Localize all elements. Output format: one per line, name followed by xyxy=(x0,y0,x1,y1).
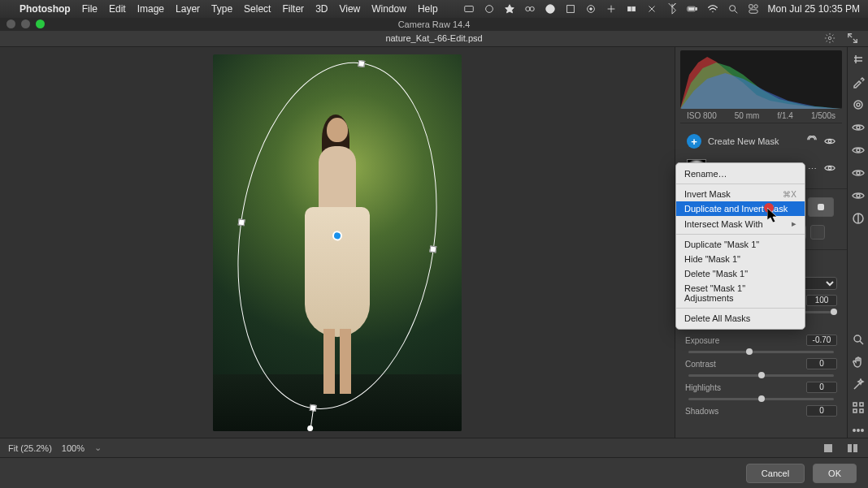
action-bar: Cancel OK xyxy=(0,457,868,488)
exposure-value[interactable]: -0.70 xyxy=(806,335,837,346)
menu-type[interactable]: Type xyxy=(211,3,232,15)
tool-rail xyxy=(847,47,868,438)
svg-point-2 xyxy=(526,6,530,11)
svg-rect-15 xyxy=(754,5,757,8)
histogram[interactable] xyxy=(680,50,842,109)
ctx-intersect[interactable]: Intersect Mask With▸ xyxy=(676,216,805,231)
cancel-button[interactable]: Cancel xyxy=(746,464,805,483)
traffic-maximize[interactable] xyxy=(36,19,45,28)
bluetooth-icon[interactable] xyxy=(666,3,679,15)
shadows-value[interactable]: 0 xyxy=(806,405,837,417)
menu-3d[interactable]: 3D xyxy=(315,3,328,15)
exif-bar: ISO 800 50 mm f/1.4 1/500s xyxy=(680,109,842,123)
menu-layer[interactable]: Layer xyxy=(176,3,200,15)
document-filename: nature_Kat_-66-Edit.psd xyxy=(385,33,482,43)
macos-menubar: Photoshop File Edit Image Layer Type Sel… xyxy=(0,0,868,18)
ctx-reset-mask[interactable]: Reset "Mask 1" Adjustments xyxy=(676,281,805,305)
svg-rect-42 xyxy=(848,444,852,452)
contrast-value[interactable]: 0 xyxy=(806,358,837,369)
ctx-delete-all[interactable]: Delete All Masks xyxy=(676,311,805,326)
status-icon-2[interactable] xyxy=(484,3,496,15)
status-icon-3[interactable] xyxy=(504,3,516,15)
zoom-percent-label[interactable]: 100% xyxy=(62,443,85,453)
document-bar: nature_Kat_-66-Edit.psd xyxy=(0,31,868,47)
mask-item-menu-icon[interactable]: ⋯ xyxy=(808,164,818,175)
view-single-icon[interactable] xyxy=(821,441,835,456)
svg-rect-41 xyxy=(824,444,832,452)
menu-image[interactable]: Image xyxy=(137,3,164,15)
app-menu-photoshop[interactable]: Photoshop xyxy=(20,3,71,15)
view-compare-icon[interactable] xyxy=(845,441,860,456)
rail-eyedropper-icon[interactable] xyxy=(851,75,866,89)
svg-point-31 xyxy=(857,194,860,197)
contrast-slider[interactable] xyxy=(688,374,834,377)
menu-help[interactable]: Help xyxy=(418,3,438,15)
svg-rect-43 xyxy=(853,444,857,452)
amount-value[interactable]: 100 xyxy=(806,295,837,306)
svg-point-30 xyxy=(857,171,860,175)
canvas-area[interactable] xyxy=(0,47,675,438)
settings-gear-icon[interactable] xyxy=(824,32,835,45)
status-icon-1[interactable] xyxy=(463,3,475,15)
battery-icon[interactable] xyxy=(687,3,699,15)
control-center-icon[interactable] xyxy=(748,3,760,15)
ctx-duplicate-invert[interactable]: Duplicate and Invert Mask xyxy=(676,201,805,216)
traffic-close[interactable] xyxy=(7,19,15,28)
mask-options-icon[interactable] xyxy=(806,136,818,147)
rail-eye4-icon[interactable] xyxy=(851,188,866,203)
ctx-hide-mask[interactable]: Hide "Mask 1" xyxy=(676,252,805,266)
status-icon-8[interactable] xyxy=(626,3,638,15)
rail-hand-icon[interactable] xyxy=(851,355,866,369)
ok-button[interactable]: OK xyxy=(813,464,857,483)
status-icon-5[interactable] xyxy=(565,3,577,15)
status-icon-cc[interactable] xyxy=(524,3,536,15)
exposure-slider[interactable] xyxy=(688,351,834,353)
ctx-invert-mask[interactable]: Invert Mask⌘X xyxy=(676,187,805,201)
wifi-icon[interactable] xyxy=(707,3,719,15)
menu-edit[interactable]: Edit xyxy=(109,3,126,15)
window-titlebar: Camera Raw 14.4 xyxy=(0,18,868,31)
status-icon-4[interactable] xyxy=(545,3,557,15)
mask-tool-5[interactable] xyxy=(808,197,834,217)
status-icon-6[interactable] xyxy=(585,3,597,15)
highlights-slider[interactable] xyxy=(688,398,834,400)
rail-edit-icon[interactable] xyxy=(851,52,866,67)
svg-point-7 xyxy=(590,8,592,11)
rail-adjust-icon[interactable] xyxy=(851,211,866,226)
create-mask-button[interactable]: + xyxy=(687,134,701,149)
menu-window[interactable]: Window xyxy=(371,3,406,15)
ctx-delete-mask[interactable]: Delete "Mask 1" xyxy=(676,266,805,281)
rail-grid-icon[interactable] xyxy=(851,400,866,415)
menu-file[interactable]: File xyxy=(82,3,98,15)
rail-wand-icon[interactable] xyxy=(851,378,866,392)
zoom-fit-label[interactable]: Fit (25.2%) xyxy=(8,443,52,453)
rail-eye-icon[interactable] xyxy=(851,120,866,135)
menu-view[interactable]: View xyxy=(339,3,360,15)
svg-rect-34 xyxy=(853,403,857,406)
zoom-dropdown-icon[interactable]: ⌄ xyxy=(94,443,102,453)
menubar-datetime[interactable]: Mon Jul 25 10:35 PM xyxy=(768,3,860,15)
rail-target-icon[interactable] xyxy=(851,97,866,112)
rail-more-icon[interactable] xyxy=(851,423,866,438)
ctx-rename[interactable]: Rename… xyxy=(676,166,805,181)
mask-visibility-icon[interactable] xyxy=(824,136,835,147)
svg-rect-14 xyxy=(749,5,753,8)
highlights-value[interactable]: 0 xyxy=(806,382,837,393)
menu-select[interactable]: Select xyxy=(244,3,271,15)
svg-point-21 xyxy=(828,140,831,143)
status-icon-9[interactable] xyxy=(646,3,658,15)
traffic-minimize[interactable] xyxy=(21,19,30,28)
chip-7[interactable] xyxy=(810,225,825,240)
svg-rect-0 xyxy=(465,6,474,12)
rail-eye3-icon[interactable] xyxy=(851,166,866,180)
mask-item-visibility-icon[interactable] xyxy=(824,162,835,175)
search-icon[interactable] xyxy=(727,3,740,15)
exif-iso: ISO 800 xyxy=(687,111,717,120)
ctx-duplicate-mask[interactable]: Duplicate "Mask 1" xyxy=(676,237,805,252)
fullscreen-icon[interactable] xyxy=(847,32,858,45)
menu-filter[interactable]: Filter xyxy=(282,3,304,15)
status-icon-7[interactable] xyxy=(605,3,618,15)
rail-eye2-icon[interactable] xyxy=(851,143,866,158)
svg-point-22 xyxy=(828,166,831,170)
rail-zoom-icon[interactable] xyxy=(851,332,866,347)
